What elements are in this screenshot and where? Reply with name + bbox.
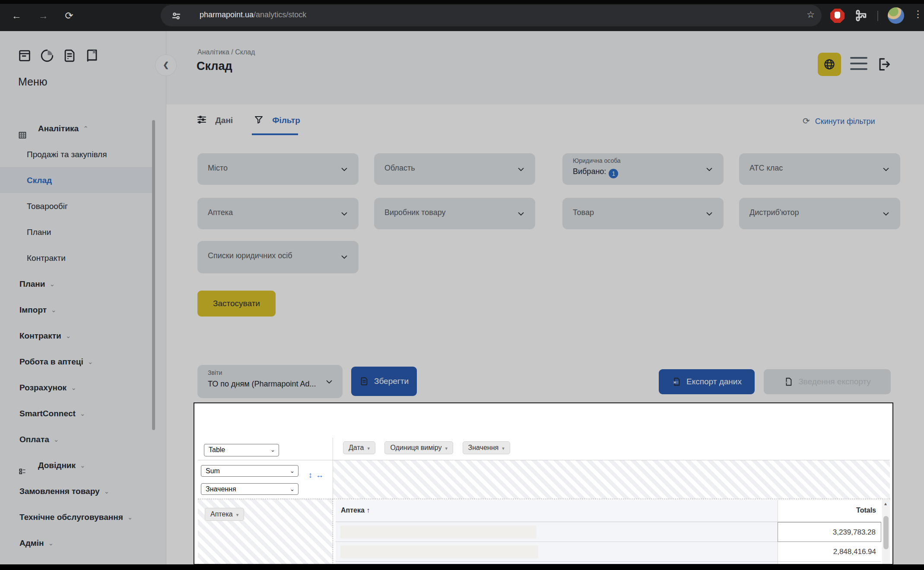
browser-menu-icon[interactable]: ⋮ bbox=[913, 9, 923, 20]
renderer-select[interactable]: Table⌄ bbox=[204, 444, 279, 456]
chevron-down-icon: ⌄ bbox=[54, 436, 59, 443]
browser-chrome: ← → ⟳ pharmapoint.ua/analytics/stock ☆ ⋮ bbox=[0, 0, 924, 31]
page: Меню Аналітика⌃ Продажі та закупівля Скл… bbox=[0, 31, 924, 570]
tab-data[interactable]: Дані bbox=[197, 114, 233, 132]
site-info-icon[interactable] bbox=[171, 11, 181, 23]
bottom-black-strip bbox=[0, 564, 924, 570]
funnel-icon bbox=[254, 117, 266, 127]
filter-atc-klas[interactable]: АТС клас bbox=[739, 153, 900, 185]
pivot-column-attrs-zone: Дата▾ Одиниця виміру▾ Значення▾ bbox=[333, 438, 890, 460]
sidebar-item-kontrakty[interactable]: Контракти⌄ bbox=[0, 323, 154, 348]
sidebar-item-tekhnichne[interactable]: Технічне обслуговування⌄ bbox=[0, 504, 154, 530]
horizontal-arrows-icon[interactable]: ↔ bbox=[316, 471, 324, 479]
sidebar-item-smartconnect[interactable]: SmartConnect⌄ bbox=[0, 400, 154, 426]
chevron-down-icon: ⌄ bbox=[88, 358, 93, 365]
table-header-totals: Totals bbox=[778, 500, 881, 522]
forward-icon[interactable]: → bbox=[36, 9, 50, 23]
triangle-down-icon: ▾ bbox=[367, 446, 370, 451]
export-data-button[interactable]: Експорт даних bbox=[659, 369, 755, 394]
profile-avatar[interactable] bbox=[888, 7, 904, 24]
aggregator-select[interactable]: Sum⌄ bbox=[201, 465, 298, 477]
save-button[interactable]: Зберегти bbox=[351, 367, 417, 396]
sidebar-item-import[interactable]: Імпорт⌄ bbox=[0, 297, 154, 323]
scrollbar-thumb[interactable] bbox=[883, 516, 889, 549]
reload-icon[interactable]: ⟳ bbox=[62, 9, 76, 23]
chevron-down-icon bbox=[340, 209, 349, 220]
globe-icon bbox=[823, 58, 835, 70]
address-bar[interactable]: pharmapoint.ua/analytics/stock ☆ bbox=[161, 5, 822, 26]
filter-spysky[interactable]: Списки юридичних осіб bbox=[197, 241, 359, 273]
hamburger-menu-icon[interactable] bbox=[850, 57, 867, 72]
triangle-down-icon: ▾ bbox=[445, 446, 448, 451]
table-header-apteka[interactable]: Аптека ↑ bbox=[336, 500, 778, 522]
filter-vyrobnyk[interactable]: Виробник товару bbox=[374, 198, 535, 229]
filter-apteka[interactable]: Аптека bbox=[197, 198, 359, 229]
row-attr-apteka[interactable]: Аптека▾ bbox=[205, 508, 244, 521]
document-icon[interactable] bbox=[62, 48, 77, 63]
sidebar-item-robota[interactable]: Робота в аптеці⌄ bbox=[0, 348, 154, 374]
filter-oblast[interactable]: Область bbox=[374, 153, 535, 185]
toolbar-separator bbox=[877, 11, 878, 21]
book-icon[interactable] bbox=[85, 48, 99, 63]
filter-tovar[interactable]: Товар bbox=[562, 198, 724, 229]
sidebar-item-prodazhi[interactable]: Продажі та закупівля bbox=[0, 141, 154, 167]
redacted-name bbox=[340, 526, 537, 538]
tab-filter[interactable]: Фільтр bbox=[254, 114, 300, 132]
chevron-down-icon: ⌄ bbox=[49, 280, 55, 288]
filter-misto[interactable]: Місто bbox=[197, 153, 359, 185]
filter-yurydychna-osoba[interactable]: Юридична особа Вибрано:1 bbox=[562, 153, 724, 185]
table-row[interactable] bbox=[336, 522, 778, 542]
export-summary-button[interactable]: Зведення експорту bbox=[764, 369, 891, 394]
sidebar-item-admin[interactable]: Адмін⌄ bbox=[0, 530, 154, 556]
pivot-aggregator-cell: Sum⌄ Значення⌄ ↕↔ bbox=[198, 460, 333, 499]
logout-icon[interactable] bbox=[875, 56, 892, 74]
pivot-scrollbar[interactable]: ▲ bbox=[882, 500, 890, 570]
extensions-puzzle-icon[interactable] bbox=[854, 9, 868, 24]
total-cell: 2,848,416.94 bbox=[778, 542, 881, 562]
sidebar-item-kontrakty-sub[interactable]: Контракти bbox=[0, 245, 154, 271]
chevron-up-icon: ⌃ bbox=[83, 125, 89, 132]
reports-dropdown[interactable]: Звіти ТО по дням (Pharmapoint Ad... bbox=[197, 365, 343, 398]
chevron-down-icon bbox=[516, 165, 526, 176]
url-path: /analytics/stock bbox=[254, 10, 306, 19]
back-icon[interactable]: ← bbox=[10, 9, 23, 23]
vertical-arrows-icon[interactable]: ↕ bbox=[308, 471, 312, 479]
chevron-down-icon: ⌄ bbox=[48, 539, 54, 547]
pivot-unused-attrs-zone bbox=[333, 460, 890, 499]
chevron-down-icon: ⌄ bbox=[71, 384, 76, 391]
sidebar-item-rozrakhunok[interactable]: Розрахунок⌄ bbox=[0, 374, 154, 400]
scroll-up-icon[interactable]: ▲ bbox=[883, 501, 888, 506]
filter-dystrybyutor[interactable]: Дистриб'ютор bbox=[739, 198, 900, 229]
sidebar-item-dovidnyk[interactable]: Довідник⌄ bbox=[0, 452, 154, 478]
sidebar-item-zamovlennya[interactable]: Замовлення товару⌄ bbox=[0, 478, 154, 504]
col-attr-unit[interactable]: Одиниця виміру▾ bbox=[384, 441, 453, 454]
chevron-down-icon: ⌄ bbox=[66, 332, 71, 339]
col-attr-value[interactable]: Значення▾ bbox=[463, 441, 510, 454]
sidebar-item-oplata[interactable]: Оплата⌄ bbox=[0, 426, 154, 452]
adblock-extension-icon[interactable] bbox=[830, 9, 845, 23]
pivot-row-attrs-zone: Аптека▾ bbox=[198, 499, 333, 570]
sidebar-item-sklad[interactable]: Склад bbox=[0, 167, 154, 193]
reset-filters-link[interactable]: ⟳Скинути фільтри bbox=[803, 116, 875, 126]
sidebar-scrollbar[interactable] bbox=[152, 120, 155, 430]
redacted-name bbox=[340, 545, 538, 558]
sidebar-collapse-button[interactable]: ❮ bbox=[155, 54, 177, 76]
aggregator-value-select[interactable]: Значення⌄ bbox=[201, 483, 298, 495]
bookmark-star-icon[interactable]: ☆ bbox=[807, 10, 815, 20]
reset-icon: ⟳ bbox=[803, 116, 810, 126]
chevron-down-icon bbox=[516, 209, 526, 220]
sidebar-item-analitika[interactable]: Аналітика⌃ bbox=[0, 115, 154, 141]
url-text[interactable]: pharmapoint.ua/analytics/stock bbox=[200, 10, 306, 19]
triangle-down-icon: ▾ bbox=[236, 512, 239, 517]
pie-chart-icon[interactable] bbox=[40, 48, 54, 63]
sidebar-item-plany[interactable]: Плани⌄ bbox=[0, 271, 154, 297]
pivot-output-table: Аптека ↑ Totals 3,239,783.28 2,848,416.9… bbox=[336, 500, 881, 570]
sidebar-item-tovaroobig[interactable]: Товарообіг bbox=[0, 193, 154, 219]
language-globe-button[interactable] bbox=[818, 53, 841, 76]
sidebar-item-plany-sub[interactable]: Плани bbox=[0, 219, 154, 245]
apply-button[interactable]: Застосувати bbox=[197, 291, 276, 317]
page-title: Склад bbox=[197, 60, 232, 73]
archive-box-icon[interactable] bbox=[17, 48, 32, 63]
table-row[interactable] bbox=[336, 542, 778, 562]
col-attr-data[interactable]: Дата▾ bbox=[343, 441, 375, 454]
